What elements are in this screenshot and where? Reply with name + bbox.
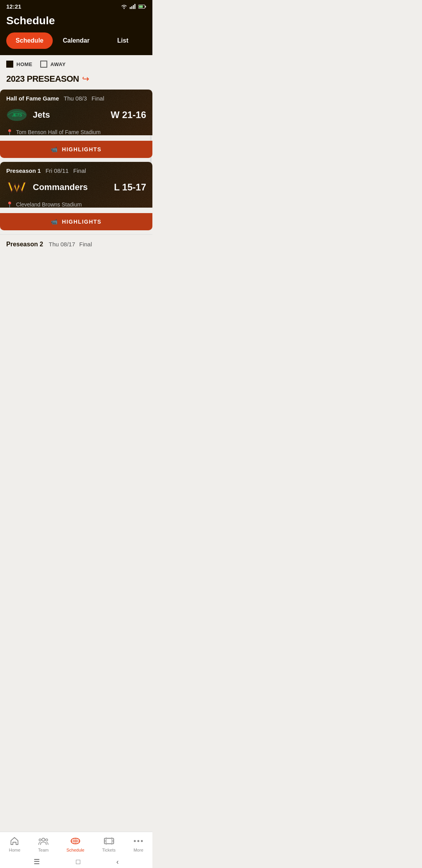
signal-icon [130,4,136,9]
svg-rect-5 [145,6,146,7]
hof-location-icon: 📍 [6,129,13,135]
page-title: Schedule [6,14,146,27]
svg-marker-9 [8,182,26,192]
commanders-logo [6,179,27,195]
status-time: 12:21 [6,3,21,10]
tab-row: Schedule Calendar List [6,32,146,49]
jets-logo-svg: JETS [6,108,27,122]
hof-opponent: Jets [33,110,50,120]
arrow-icon: ↪ [82,74,89,84]
ps1-status: Final [73,167,86,174]
header: Schedule Schedule Calendar List [0,12,152,55]
battery-icon [138,4,146,9]
filter-away[interactable]: AWAY [40,61,66,68]
hof-highlights-button[interactable]: 📹 HIGHLIGHTS [0,141,152,158]
away-checkbox[interactable] [40,61,47,68]
ps2-date: Thu 08/17 [49,241,75,247]
svg-text:JETS: JETS [12,113,22,118]
wifi-icon [121,4,127,9]
filter-home[interactable]: HOME [6,61,32,68]
tab-schedule[interactable]: Schedule [6,32,53,49]
ps1-game-label: Preseason 1 [6,167,41,174]
home-checkbox[interactable] [6,61,13,68]
ps1-score: L 15-17 [114,182,146,193]
game-card-ps1-inner: Preseason 1 Fri 08/11 Final Commanders L… [0,162,152,208]
hof-status: Final [91,95,104,102]
hof-header-row: Hall of Fame Game Thu 08/3 Final [6,95,146,102]
hof-venue: Tom Benson Hall of Fame Stadium [16,129,100,135]
ps2-label: Preseason 2 [6,241,43,247]
ps1-team-info: Commanders [6,179,88,195]
ps1-header-row: Preseason 1 Fri 08/11 Final [6,167,146,174]
hof-game-label: Hall of Fame Game [6,95,59,102]
hof-venue-row: 📍 Tom Benson Hall of Fame Stadium [6,129,146,135]
svg-rect-0 [130,7,131,9]
ps1-highlights-button[interactable]: 📹 HIGHLIGHTS [0,213,152,230]
svg-rect-3 [134,4,136,9]
game-card-hof-inner: Hall of Fame Game Thu 08/3 Final JETS Je… [0,90,152,135]
home-label: HOME [16,61,32,67]
jets-logo: JETS [6,107,27,123]
svg-rect-6 [139,5,143,8]
hof-team-info: JETS Jets [6,107,50,123]
away-label: AWAY [50,61,66,67]
ps1-highlights-icon: 📹 [51,219,58,225]
filter-row: HOME AWAY [0,55,152,72]
ps1-venue: Cleveland Browns Stadium [16,201,82,208]
ps1-main-row: Commanders L 15-17 [6,179,146,195]
ps1-highlights-label: HIGHLIGHTS [62,219,102,225]
hof-highlights-label: HIGHLIGHTS [62,146,102,152]
hof-main-row: JETS Jets W 21-16 [6,107,146,123]
hof-highlights-icon: 📹 [51,146,58,152]
status-icons [121,4,146,9]
season-label: 2023 PRESEASON ↪ [0,72,152,90]
game-card-ps1: Preseason 1 Fri 08/11 Final Commanders L… [0,162,152,230]
tab-list[interactable]: List [100,32,146,49]
tab-calendar[interactable]: Calendar [53,32,99,49]
ps1-venue-row: 📍 Cleveland Browns Stadium [6,201,146,208]
ps1-date: Fri 08/11 [45,167,68,174]
commanders-logo-svg [6,179,27,196]
status-bar: 12:21 [0,0,152,12]
hof-score: W 21-16 [111,109,146,120]
ps2-header: Preseason 2 Thu 08/17 Final [0,234,152,253]
ps1-opponent: Commanders [33,182,88,192]
game-card-hof: Hall of Fame Game Thu 08/3 Final JETS Je… [0,90,152,158]
ps2-status: Final [79,241,92,247]
svg-rect-2 [133,5,134,9]
svg-rect-1 [131,6,132,9]
hof-date: Thu 08/3 [64,95,87,102]
ps1-location-icon: 📍 [6,201,13,208]
season-text: 2023 PRESEASON [6,74,79,84]
